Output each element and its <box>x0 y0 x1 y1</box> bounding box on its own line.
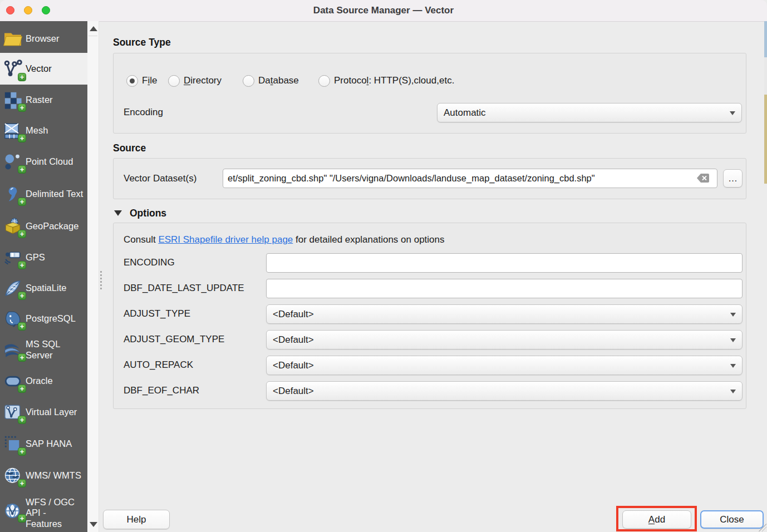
adjust-geom-type-select[interactable]: <Default> <box>266 330 743 349</box>
options-heading: Options <box>130 208 166 219</box>
sidebar-item-label: Mesh <box>26 125 83 136</box>
radio-file[interactable]: File <box>126 74 157 87</box>
sidebar-item-ms-sql-server[interactable]: + MS SQL Server <box>0 334 87 366</box>
help-button[interactable]: Help <box>103 510 170 529</box>
add-plus-icon: + <box>18 385 26 393</box>
add-plus-icon: + <box>18 292 26 300</box>
dbf-eof-char-select[interactable]: <Default> <box>266 381 743 401</box>
sidebar-item-label: Browser <box>26 33 83 44</box>
add-plus-icon: + <box>18 165 26 174</box>
triangle-down-icon[interactable] <box>114 210 122 216</box>
sidebar-item-wms-wmts[interactable]: + WMS/ WMTS <box>0 459 87 492</box>
sidebar-item-gps[interactable]: + GPS <box>0 242 87 273</box>
sidebar-item-virtual-layer[interactable]: + Virtual Layer <box>0 396 87 428</box>
dbf-date-last-update-label: DBF_DATE_LAST_UPDATE <box>124 283 244 294</box>
resize-grip[interactable] <box>759 524 766 531</box>
sidebar-item-wfs-ogc-api[interactable]: + WFS / OGC API - Features <box>0 492 87 532</box>
encoding-select[interactable]: Automatic <box>437 103 742 122</box>
vector-icon: + <box>0 59 26 79</box>
adjust-geom-type-value: <Default> <box>273 334 314 346</box>
encoding-option-input[interactable] <box>266 253 743 273</box>
source-type-heading: Source Type <box>113 37 171 48</box>
sidebar-item-geopackage[interactable]: + GeoPackage <box>0 210 87 242</box>
sidebar-item-label: Vector <box>26 63 83 74</box>
vector-datasets-input[interactable] <box>223 169 717 188</box>
radio-protocol[interactable]: Protocol: HTTP(S),cloud,etc. <box>318 74 454 87</box>
shell-icon: + <box>0 341 26 359</box>
radio-label: Directory <box>184 75 222 86</box>
globe-icon: + <box>0 466 26 485</box>
sidebar-scrollbar[interactable] <box>87 21 99 532</box>
virtual-layer-icon: + <box>0 403 26 422</box>
sidebar-item-label: WMS/ WMTS <box>26 470 83 481</box>
background-window-sliver <box>764 57 767 95</box>
sidebar-item-point-cloud[interactable]: + Point Cloud <box>0 146 87 178</box>
add-plus-icon: + <box>18 198 26 206</box>
source-heading: Source <box>113 142 146 154</box>
radio-label: File <box>142 75 157 86</box>
sidebar-item-label: MS SQL Server <box>26 339 83 361</box>
vector-datasets-label: Vector Dataset(s) <box>124 173 196 184</box>
sidebar-item-label: Delimited Text <box>26 189 83 199</box>
add-plus-icon: + <box>18 416 26 424</box>
chevron-down-icon <box>730 364 736 368</box>
dbf-date-last-update-input[interactable] <box>266 279 743 298</box>
add-plus-icon: + <box>18 514 26 523</box>
add-plus-icon: + <box>18 353 26 362</box>
background-window-sliver <box>764 95 767 184</box>
dbf-eof-char-value: <Default> <box>273 386 314 397</box>
sidebar-item-raster[interactable]: + Raster <box>0 85 87 115</box>
sidebar-item-mesh[interactable]: + Mesh <box>0 115 87 146</box>
esri-help-link[interactable]: ESRI Shapefile driver help page <box>158 234 293 245</box>
sidebar-item-vector[interactable]: + Vector <box>0 53 87 85</box>
chevron-down-icon <box>730 390 736 393</box>
radio-circle-icon <box>318 75 330 87</box>
sidebar-item-label: Virtual Layer <box>26 407 83 417</box>
adjust-type-select[interactable]: <Default> <box>266 304 743 324</box>
auto-repack-value: <Default> <box>273 360 314 371</box>
sidebar-item-postgresql[interactable]: + PostgreSQL <box>0 303 87 334</box>
dbf-eof-char-label: DBF_EOF_CHAR <box>124 385 199 396</box>
close-button[interactable]: Close <box>700 510 764 529</box>
add-button[interactable]: Add <box>622 510 691 529</box>
sidebar-item-sap-hana[interactable]: + SAP HANA <box>0 428 87 459</box>
gps-satellite-icon: + <box>0 248 26 267</box>
radio-database[interactable]: Database <box>243 74 299 87</box>
encoding-select-value: Automatic <box>444 107 486 119</box>
sidebar-item-spatialite[interactable]: + SpatiaLite <box>0 273 87 303</box>
add-plus-icon: + <box>18 104 26 112</box>
close-button-label: Close <box>720 514 744 525</box>
auto-repack-label: AUTO_REPACK <box>124 359 193 371</box>
window-title: Data Source Manager — Vector <box>0 0 767 21</box>
elephant-icon: + <box>0 309 26 328</box>
feather-icon: + <box>0 279 26 298</box>
sidebar-item-oracle[interactable]: + Oracle <box>0 366 87 396</box>
sidebar-item-browser[interactable]: Browser <box>0 24 87 53</box>
chevron-down-icon <box>730 313 736 317</box>
add-plus-icon: + <box>18 447 26 456</box>
sidebar-item-label: PostgreSQL <box>26 313 83 324</box>
encoding-option-label: ENCODING <box>124 257 175 268</box>
raster-icon: + <box>0 91 26 110</box>
geopackage-box-icon: + <box>0 217 26 236</box>
radio-directory[interactable]: Directory <box>168 74 222 87</box>
scrollbar-divider <box>88 36 97 36</box>
auto-repack-select[interactable]: <Default> <box>266 356 743 375</box>
add-plus-icon: + <box>18 134 26 142</box>
clear-text-icon[interactable] <box>697 173 710 186</box>
radio-circle-icon <box>243 75 254 87</box>
help-button-label: Help <box>127 514 146 525</box>
scroll-down-icon[interactable] <box>90 522 97 527</box>
sidebar-item-label: GeoPackage <box>26 221 83 231</box>
add-plus-icon: + <box>18 261 26 269</box>
scroll-up-icon[interactable] <box>90 26 97 31</box>
adjust-geom-type-label: ADJUST_GEOM_TYPE <box>124 334 224 345</box>
encoding-label: Encoding <box>124 107 163 118</box>
folder-icon <box>0 31 26 47</box>
rounded-rect-icon: + <box>0 372 26 391</box>
add-plus-icon: + <box>18 322 26 331</box>
browse-button[interactable]: … <box>723 169 743 188</box>
sidebar-item-delimited-text[interactable]: + Delimited Text <box>0 178 87 210</box>
splitter-handle[interactable] <box>100 271 103 291</box>
data-source-manager-dialog: Data Source Manager — Vector Browser + V… <box>0 0 767 532</box>
